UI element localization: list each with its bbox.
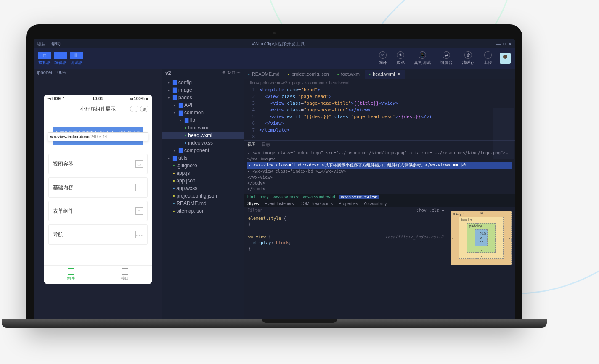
code-line[interactable]: </template>: [259, 127, 515, 134]
styles-filter[interactable]: Filter: [247, 208, 262, 213]
list-item[interactable]: 视图容器▭: [48, 154, 148, 174]
sim-tab-组件[interactable]: 组件: [44, 266, 98, 284]
styles-tab-Styles[interactable]: Styles: [247, 201, 259, 206]
simulator-panel: iphone6 100% ••ıl IDE ⌃ 10:01 ⧈ 100% ■ 小…: [34, 69, 162, 328]
tool-真机调试[interactable]: 📱真机调试: [414, 51, 431, 66]
code-line[interactable]: <view wx:if="{{desc}}" class="page-head-…: [259, 113, 515, 120]
devtools-panel: 视图日志 ▸ <wx-image class="index-logo" src=…: [244, 140, 515, 275]
tool-预览[interactable]: 👁预览: [396, 51, 405, 66]
avatar[interactable]: [500, 53, 511, 64]
file-index.wxss[interactable]: ▪index.wxss: [162, 139, 244, 147]
styles-tab-DOM-Breakpoints[interactable]: DOM Breakpoints: [300, 201, 333, 206]
code-line[interactable]: <view class="page-head-line"></view>: [259, 107, 515, 113]
mode-调试器[interactable]: ⊪调试器: [70, 52, 83, 66]
file-.gitignore[interactable]: ▪.gitignore: [162, 162, 244, 169]
maximize-icon[interactable]: □: [503, 42, 506, 46]
code-line[interactable]: <view class="page-head">: [259, 93, 515, 100]
project-root: v2: [165, 70, 171, 76]
folder-common[interactable]: ▾▇common: [162, 109, 244, 116]
more-icon[interactable]: ⋯: [130, 106, 138, 112]
phone-frame: ••ıl IDE ⌃ 10:01 ⧈ 100% ■ 小程序组件展示 ⋯ ◎: [44, 95, 152, 284]
box-model: margin10--- border- padding- 240 × 44 - …: [448, 207, 515, 275]
list-item[interactable]: 基础内容T: [48, 177, 148, 198]
status-bar: ••ıl IDE ⌃ 10:01 ⧈ 100% ■: [44, 95, 152, 103]
file-foot.wxml[interactable]: ▪foot.wxml: [162, 124, 244, 132]
css-rule[interactable]: localfile:/_index.css:2wx-view { display…: [244, 232, 448, 253]
tool-切后台[interactable]: ⇄切后台: [440, 51, 453, 66]
folder-pages[interactable]: ▾▇pages: [162, 94, 244, 101]
styles-tab-Event-Listeners[interactable]: Event Listeners: [265, 201, 294, 206]
editor-tab-README.md[interactable]: ▪README.md: [244, 70, 284, 78]
menu-项目[interactable]: 项目: [37, 41, 46, 47]
styles-filter-actions[interactable]: :hov .cls +: [416, 208, 444, 213]
file-sitemap.json[interactable]: ▪sitemap.json: [162, 207, 244, 215]
titlebar: 项目帮助 v2-FinClip小程序开发工具 — □ ✕: [34, 39, 515, 48]
editor-panel: ▪README.md▪project.config.json▪foot.wxml…: [244, 69, 515, 328]
file-head.wxml[interactable]: ▪head.wxml: [162, 132, 244, 139]
file-explorer: v2 ⊕↻□⋯ ▸▇config▸▇image▾▇pages▸▇API▾▇com…: [162, 69, 244, 328]
minimize-icon[interactable]: —: [496, 42, 501, 46]
minimap[interactable]: [493, 108, 514, 159]
styles-tab-Accessibility[interactable]: Accessibility: [364, 201, 387, 206]
folder-config[interactable]: ▸▇config: [162, 79, 244, 86]
editor-tab-project.config.json[interactable]: ▪project.config.json: [284, 70, 333, 78]
file-app.wxss[interactable]: ▪app.wxss: [162, 185, 244, 192]
file-app.js[interactable]: ▪app.js: [162, 169, 244, 177]
inspector-tooltip: wx-view.index-desc 240 × 44: [48, 132, 148, 141]
dom-breadcrumb[interactable]: htmlbodywx-view.indexwx-view.index-hdwx-…: [244, 194, 515, 200]
menu-帮助[interactable]: 帮助: [51, 41, 61, 47]
explorer-action-icon[interactable]: □: [232, 70, 235, 76]
device-label: iphone6 100%: [34, 69, 162, 76]
styles-tab-Properties[interactable]: Properties: [339, 201, 358, 206]
code-line[interactable]: </view>: [259, 120, 515, 127]
explorer-action-icon[interactable]: ⊕: [222, 70, 225, 76]
code-line[interactable]: <template name="head">: [259, 87, 515, 93]
target-icon[interactable]: ◎: [140, 106, 148, 112]
breadcrumb: fino-applet-demo-v2›pages›common›head.wx…: [244, 79, 515, 87]
css-rule[interactable]: </span><span class="sel-txt">.index-desc…: [244, 229, 448, 232]
editor-tab-foot.wxml[interactable]: ▪foot.wxml: [333, 70, 365, 78]
devtools-tab-日志[interactable]: 日志: [262, 142, 270, 148]
tool-清缓存[interactable]: 🗑清缓存: [462, 51, 474, 66]
folder-lib[interactable]: ▸▇lib: [162, 116, 244, 124]
laptop-frame: 项目帮助 v2-FinClip小程序开发工具 — □ ✕ □模拟器编辑器⊪调试器…: [26, 24, 522, 327]
toolbar: □模拟器编辑器⊪调试器 ⟳编译👁预览📱真机调试⇄切后台🗑清缓存↑上传: [34, 48, 515, 69]
tool-编译[interactable]: ⟳编译: [379, 51, 387, 66]
window-title: v2-FinClip小程序开发工具: [61, 41, 496, 47]
ide-window: 项目帮助 v2-FinClip小程序开发工具 — □ ✕ □模拟器编辑器⊪调试器…: [34, 39, 515, 328]
tab-overflow-icon[interactable]: ⋯: [405, 71, 416, 77]
tool-上传[interactable]: ↑上传: [484, 51, 492, 66]
file-app.json[interactable]: ▪app.json: [162, 177, 244, 185]
close-icon[interactable]: ✕: [508, 42, 512, 46]
camera-dot: [273, 32, 276, 34]
mode-模拟器[interactable]: □模拟器: [38, 52, 51, 66]
css-rule[interactable]: element.style {}: [244, 214, 448, 229]
sim-tab-接口[interactable]: 接口: [98, 266, 152, 284]
devtools-tab-视图[interactable]: 视图: [247, 142, 256, 148]
folder-component[interactable]: ▸▇component: [162, 147, 244, 154]
list-item[interactable]: 表单组件≡: [48, 201, 148, 221]
file-README.md[interactable]: ▪README.md: [162, 200, 244, 207]
laptop-notch: [262, 319, 337, 323]
mode-编辑器[interactable]: 编辑器: [54, 52, 67, 66]
explorer-action-icon[interactable]: ⋯: [236, 70, 241, 76]
dom-tree[interactable]: ▸ <wx-image class="index-logo" src="../r…: [244, 148, 515, 194]
editor-tab-head.wxml[interactable]: ▪head.wxml✕: [365, 70, 405, 79]
explorer-action-icon[interactable]: ↻: [227, 70, 231, 76]
file-project.config.json[interactable]: ▪project.config.json: [162, 192, 244, 200]
close-icon: ✕: [397, 71, 401, 77]
folder-image[interactable]: ▸▇image: [162, 86, 244, 94]
code-line[interactable]: <view class="page-head-title">{{title}}<…: [259, 100, 515, 107]
list-item[interactable]: 导航∘∘∘: [48, 224, 148, 245]
folder-API[interactable]: ▸▇API: [162, 101, 244, 109]
folder-utils[interactable]: ▸▇utils: [162, 154, 244, 162]
app-header: 小程序组件展示 ⋯ ◎: [44, 103, 152, 115]
